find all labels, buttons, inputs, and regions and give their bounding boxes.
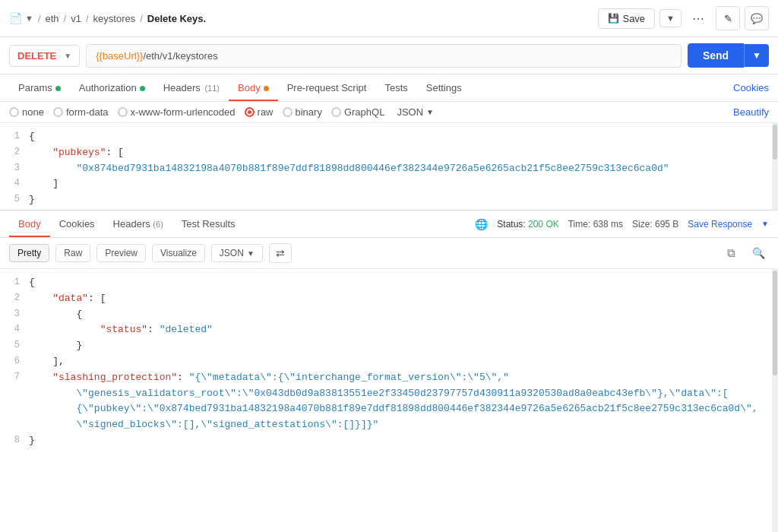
body-type-binary[interactable]: binary <box>283 106 322 118</box>
req-line-1: 1 { <box>0 129 778 145</box>
radio-graphql <box>331 107 341 117</box>
response-status: 🌐 Status: 200 OK Time: 638 ms Size: 695 … <box>475 218 769 230</box>
response-scrollbar[interactable] <box>772 269 778 532</box>
body-type-raw[interactable]: raw <box>245 106 274 118</box>
send-button-group: Send ▼ <box>688 43 769 68</box>
url-bar: DELETE ▼ {{baseUrl}}/eth/v1/keystores Se… <box>0 37 778 74</box>
request-scrollbar[interactable] <box>772 123 778 210</box>
page-title: Delete Keys. <box>147 13 206 24</box>
tab-right-area: Cookies <box>733 82 769 93</box>
more-options-button[interactable]: ⋯ <box>686 8 711 30</box>
save-button[interactable]: 💾 Save <box>598 8 655 29</box>
tab-headers[interactable]: Headers (11) <box>154 74 229 101</box>
radio-form-data <box>53 107 63 117</box>
response-json-arrow: ▼ <box>247 249 255 258</box>
edit-icon-button[interactable]: ✎ <box>716 6 740 30</box>
send-dropdown-button[interactable]: ▼ <box>744 44 769 67</box>
req-line-5: 5 } <box>0 192 778 208</box>
method-select[interactable]: DELETE ▼ <box>9 45 80 67</box>
res-line-1: 1 { <box>0 275 778 291</box>
response-json-label: JSON <box>220 248 244 258</box>
request-body-editor[interactable]: 1 { 2 "pubkeys": [ 3 "0x874bed7931ba1483… <box>0 123 778 211</box>
breadcrumb: 📄 ▼ / eth / v1 / keystores / Delete Keys… <box>9 12 206 24</box>
format-raw-button[interactable]: Raw <box>55 244 90 262</box>
tab-settings[interactable]: Settings <box>417 74 471 101</box>
send-button[interactable]: Send <box>688 43 744 68</box>
response-tab-cookies[interactable]: Cookies <box>50 211 104 237</box>
res-line-7: 7 "slashing_protection": "{\"metadata\":… <box>0 370 778 386</box>
method-dropdown-arrow: ▼ <box>64 52 71 60</box>
json-format-select[interactable]: JSON ▼ <box>397 106 434 118</box>
top-bar: 📄 ▼ / eth / v1 / keystores / Delete Keys… <box>0 0 778 37</box>
breadcrumb-keystores[interactable]: keystores <box>93 13 136 24</box>
res-line-7c: \"signed_blocks\":[],\"signed_attestatio… <box>0 417 778 433</box>
comment-icon-button[interactable]: 💬 <box>745 6 769 30</box>
auth-dot <box>140 86 145 91</box>
req-line-3: 3 "0x874bed7931ba14832198a4070b881f89e7d… <box>0 161 778 177</box>
status-label: Status: 200 OK <box>497 219 558 230</box>
globe-icon: 🌐 <box>475 218 488 230</box>
radio-none <box>9 107 19 117</box>
response-format-bar: Pretty Raw Preview Visualize JSON ▼ ⇄ ⧉ … <box>0 238 778 269</box>
tab-authorization[interactable]: Authorization <box>70 74 154 101</box>
req-line-4: 4 ] <box>0 176 778 192</box>
url-base: {{baseUrl}} <box>96 50 143 62</box>
breadcrumb-v1[interactable]: v1 <box>71 13 81 24</box>
radio-binary <box>283 107 293 117</box>
cookies-link[interactable]: Cookies <box>733 74 769 101</box>
tab-body[interactable]: Body <box>229 74 278 101</box>
res-line-5: 5 } <box>0 338 778 354</box>
response-json-select[interactable]: JSON ▼ <box>211 244 263 262</box>
save-response-button[interactable]: Save Response <box>688 219 752 230</box>
tab-pre-request[interactable]: Pre-request Script <box>278 74 376 101</box>
beautify-button[interactable]: Beautify <box>733 106 769 118</box>
body-type-bar: none form-data x-www-form-urlencoded raw… <box>0 102 778 123</box>
radio-urlencoded <box>118 107 128 117</box>
tab-params[interactable]: Params <box>9 74 70 101</box>
res-line-4: 4 "status": "deleted" <box>0 322 778 338</box>
res-line-6: 6 ], <box>0 354 778 370</box>
body-type-graphql[interactable]: GraphQL <box>331 106 384 118</box>
tab-tests[interactable]: Tests <box>375 74 416 101</box>
body-type-none[interactable]: none <box>9 106 44 118</box>
copy-response-button[interactable]: ⧉ <box>720 242 742 264</box>
format-visualize-button[interactable]: Visualize <box>152 244 205 262</box>
res-line-7b: {\"pubkey\":\"0x874bed7931ba14832198a407… <box>0 401 778 417</box>
response-action-buttons: ⧉ 🔍 <box>720 242 769 264</box>
time-label: Time: 638 ms <box>568 219 623 230</box>
response-section: Body Cookies Headers (6) Test Results 🌐 … <box>0 211 778 532</box>
body-type-form-data[interactable]: form-data <box>53 106 109 118</box>
top-bar-actions: 💾 Save ▼ ⋯ ✎ 💬 <box>598 6 769 30</box>
method-label: DELETE <box>17 50 56 62</box>
format-preview-button[interactable]: Preview <box>96 244 146 262</box>
body-dot <box>264 86 269 91</box>
save-response-arrow[interactable]: ▼ <box>761 220 769 228</box>
response-tab-test-results[interactable]: Test Results <box>172 211 245 237</box>
radio-raw <box>245 107 255 117</box>
breadcrumb-eth[interactable]: eth <box>46 13 59 24</box>
json-format-arrow: ▼ <box>426 108 434 116</box>
size-label: Size: 695 B <box>632 219 678 230</box>
response-tab-headers[interactable]: Headers (6) <box>104 211 172 237</box>
response-tab-body[interactable]: Body <box>9 211 50 237</box>
save-dropdown-button[interactable]: ▼ <box>659 9 682 27</box>
response-body-editor[interactable]: 1 { 2 "data": [ 3 { 4 "status": "deleted… <box>0 269 778 532</box>
params-dot <box>55 86 61 91</box>
breadcrumb-arrow[interactable]: ▼ <box>25 14 33 23</box>
format-pretty-button[interactable]: Pretty <box>9 244 49 262</box>
edit-icon: ✎ <box>724 13 732 24</box>
body-type-urlencoded[interactable]: x-www-form-urlencoded <box>118 106 236 118</box>
search-response-button[interactable]: 🔍 <box>748 242 769 264</box>
url-path: /eth/v1/keystores <box>143 50 217 62</box>
save-icon: 💾 <box>608 13 619 24</box>
res-line-2: 2 "data": [ <box>0 291 778 307</box>
response-tab-bar: Body Cookies Headers (6) Test Results 🌐 … <box>0 211 778 238</box>
document-icon: 📄 <box>9 12 22 24</box>
comment-icon: 💬 <box>751 13 763 24</box>
url-input[interactable]: {{baseUrl}}/eth/v1/keystores <box>86 44 682 68</box>
res-line-3: 3 { <box>0 307 778 323</box>
res-line-7a: \"genesis_validators_root\":\"0x043db0d9… <box>0 386 778 402</box>
res-line-8: 8 } <box>0 433 778 449</box>
req-line-2: 2 "pubkeys": [ <box>0 145 778 161</box>
wrap-lines-button[interactable]: ⇄ <box>269 243 292 263</box>
